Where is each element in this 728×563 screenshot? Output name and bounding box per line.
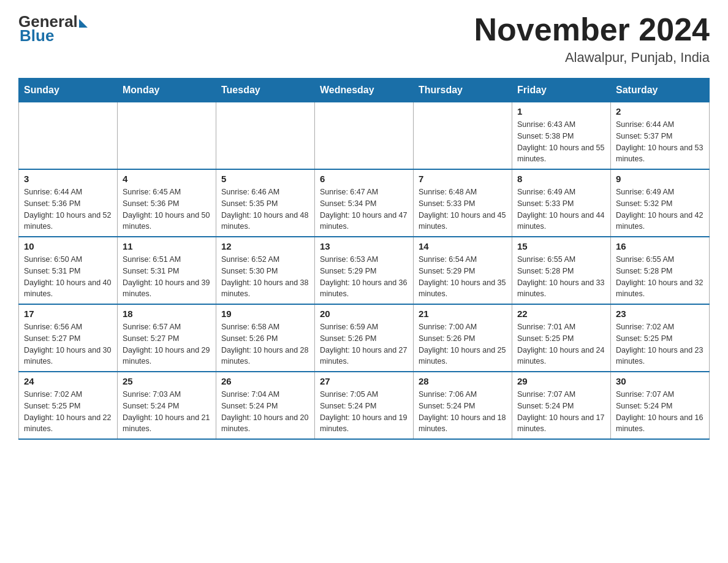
- table-row: 25Sunrise: 7:03 AM Sunset: 5:24 PM Dayli…: [118, 372, 216, 439]
- calendar-week-row: 10Sunrise: 6:50 AM Sunset: 5:31 PM Dayli…: [19, 237, 710, 304]
- calendar-subtitle: Alawalpur, Punjab, India: [474, 50, 710, 66]
- table-row: [216, 102, 315, 170]
- table-row: 6Sunrise: 6:47 AM Sunset: 5:34 PM Daylig…: [315, 169, 414, 237]
- logo: General Blue: [18, 12, 88, 45]
- day-number: 11: [123, 241, 211, 251]
- header-wednesday: Wednesday: [315, 79, 414, 102]
- day-info: Sunrise: 6:44 AM Sunset: 5:36 PM Dayligh…: [24, 186, 112, 232]
- day-info: Sunrise: 6:53 AM Sunset: 5:29 PM Dayligh…: [320, 254, 408, 300]
- header-friday: Friday: [512, 79, 611, 102]
- day-number: 10: [24, 241, 112, 251]
- table-row: 27Sunrise: 7:05 AM Sunset: 5:24 PM Dayli…: [315, 372, 414, 439]
- table-row: 4Sunrise: 6:45 AM Sunset: 5:36 PM Daylig…: [118, 169, 216, 237]
- day-number: 6: [320, 174, 408, 184]
- day-number: 25: [123, 376, 211, 386]
- table-row: 19Sunrise: 6:58 AM Sunset: 5:26 PM Dayli…: [216, 304, 315, 372]
- day-info: Sunrise: 6:48 AM Sunset: 5:33 PM Dayligh…: [419, 186, 507, 232]
- day-info: Sunrise: 6:45 AM Sunset: 5:36 PM Dayligh…: [123, 186, 211, 232]
- day-info: Sunrise: 6:46 AM Sunset: 5:35 PM Dayligh…: [221, 186, 309, 232]
- header-monday: Monday: [118, 79, 216, 102]
- table-row: 12Sunrise: 6:52 AM Sunset: 5:30 PM Dayli…: [216, 237, 315, 304]
- day-info: Sunrise: 7:02 AM Sunset: 5:25 PM Dayligh…: [616, 321, 704, 367]
- table-row: 20Sunrise: 6:59 AM Sunset: 5:26 PM Dayli…: [315, 304, 414, 372]
- day-number: 7: [419, 174, 507, 184]
- day-number: 3: [24, 174, 112, 184]
- table-row: 17Sunrise: 6:56 AM Sunset: 5:27 PM Dayli…: [19, 304, 118, 372]
- title-area: November 2024 Alawalpur, Punjab, India: [474, 12, 710, 66]
- header-saturday: Saturday: [611, 79, 710, 102]
- day-number: 30: [616, 376, 704, 386]
- day-number: 15: [517, 241, 605, 251]
- weekday-header-row: Sunday Monday Tuesday Wednesday Thursday…: [19, 79, 710, 102]
- calendar-week-row: 3Sunrise: 6:44 AM Sunset: 5:36 PM Daylig…: [19, 169, 710, 237]
- day-number: 21: [419, 308, 507, 319]
- day-number: 5: [221, 174, 309, 184]
- table-row: 18Sunrise: 6:57 AM Sunset: 5:27 PM Dayli…: [118, 304, 216, 372]
- table-row: 29Sunrise: 7:07 AM Sunset: 5:24 PM Dayli…: [512, 372, 611, 439]
- table-row: 22Sunrise: 7:01 AM Sunset: 5:25 PM Dayli…: [512, 304, 611, 372]
- day-number: 29: [517, 376, 605, 386]
- header-sunday: Sunday: [19, 79, 118, 102]
- day-info: Sunrise: 6:52 AM Sunset: 5:30 PM Dayligh…: [221, 254, 309, 300]
- day-number: 1: [517, 106, 605, 117]
- table-row: 13Sunrise: 6:53 AM Sunset: 5:29 PM Dayli…: [315, 237, 414, 304]
- day-number: 16: [616, 241, 704, 251]
- table-row: 2Sunrise: 6:44 AM Sunset: 5:37 PM Daylig…: [611, 102, 710, 170]
- day-info: Sunrise: 7:02 AM Sunset: 5:25 PM Dayligh…: [24, 389, 112, 435]
- header-tuesday: Tuesday: [216, 79, 315, 102]
- page-header: General Blue November 2024 Alawalpur, Pu…: [18, 12, 710, 66]
- day-number: 2: [616, 106, 704, 117]
- table-row: 7Sunrise: 6:48 AM Sunset: 5:33 PM Daylig…: [414, 169, 512, 237]
- table-row: [118, 102, 216, 170]
- calendar-table: Sunday Monday Tuesday Wednesday Thursday…: [18, 78, 710, 440]
- calendar-week-row: 17Sunrise: 6:56 AM Sunset: 5:27 PM Dayli…: [19, 304, 710, 372]
- day-number: 17: [24, 308, 112, 319]
- day-info: Sunrise: 6:55 AM Sunset: 5:28 PM Dayligh…: [517, 254, 605, 300]
- day-number: 27: [320, 376, 408, 386]
- day-info: Sunrise: 6:59 AM Sunset: 5:26 PM Dayligh…: [320, 321, 408, 367]
- calendar-week-row: 1Sunrise: 6:43 AM Sunset: 5:38 PM Daylig…: [19, 102, 710, 170]
- table-row: 26Sunrise: 7:04 AM Sunset: 5:24 PM Dayli…: [216, 372, 315, 439]
- day-number: 13: [320, 241, 408, 251]
- day-number: 28: [419, 376, 507, 386]
- table-row: 15Sunrise: 6:55 AM Sunset: 5:28 PM Dayli…: [512, 237, 611, 304]
- calendar-week-row: 24Sunrise: 7:02 AM Sunset: 5:25 PM Dayli…: [19, 372, 710, 439]
- day-info: Sunrise: 6:44 AM Sunset: 5:37 PM Dayligh…: [616, 119, 704, 165]
- day-info: Sunrise: 7:06 AM Sunset: 5:24 PM Dayligh…: [419, 389, 507, 435]
- day-number: 23: [616, 308, 704, 319]
- day-info: Sunrise: 6:55 AM Sunset: 5:28 PM Dayligh…: [616, 254, 704, 300]
- day-info: Sunrise: 6:43 AM Sunset: 5:38 PM Dayligh…: [517, 119, 605, 165]
- table-row: 10Sunrise: 6:50 AM Sunset: 5:31 PM Dayli…: [19, 237, 118, 304]
- table-row: 23Sunrise: 7:02 AM Sunset: 5:25 PM Dayli…: [611, 304, 710, 372]
- table-row: 8Sunrise: 6:49 AM Sunset: 5:33 PM Daylig…: [512, 169, 611, 237]
- day-info: Sunrise: 6:54 AM Sunset: 5:29 PM Dayligh…: [419, 254, 507, 300]
- day-number: 26: [221, 376, 309, 386]
- table-row: 5Sunrise: 6:46 AM Sunset: 5:35 PM Daylig…: [216, 169, 315, 237]
- day-number: 14: [419, 241, 507, 251]
- table-row: [315, 102, 414, 170]
- logo-blue-text: Blue: [20, 26, 54, 45]
- day-number: 20: [320, 308, 408, 319]
- day-number: 9: [616, 174, 704, 184]
- day-info: Sunrise: 7:01 AM Sunset: 5:25 PM Dayligh…: [517, 321, 605, 367]
- day-number: 12: [221, 241, 309, 251]
- day-info: Sunrise: 7:00 AM Sunset: 5:26 PM Dayligh…: [419, 321, 507, 367]
- logo-arrow-icon: [79, 19, 88, 28]
- table-row: 3Sunrise: 6:44 AM Sunset: 5:36 PM Daylig…: [19, 169, 118, 237]
- table-row: 9Sunrise: 6:49 AM Sunset: 5:32 PM Daylig…: [611, 169, 710, 237]
- day-number: 24: [24, 376, 112, 386]
- table-row: 1Sunrise: 6:43 AM Sunset: 5:38 PM Daylig…: [512, 102, 611, 170]
- day-info: Sunrise: 6:51 AM Sunset: 5:31 PM Dayligh…: [123, 254, 211, 300]
- day-info: Sunrise: 6:58 AM Sunset: 5:26 PM Dayligh…: [221, 321, 309, 367]
- table-row: 14Sunrise: 6:54 AM Sunset: 5:29 PM Dayli…: [414, 237, 512, 304]
- day-number: 19: [221, 308, 309, 319]
- day-info: Sunrise: 7:04 AM Sunset: 5:24 PM Dayligh…: [221, 389, 309, 435]
- day-number: 18: [123, 308, 211, 319]
- day-info: Sunrise: 6:49 AM Sunset: 5:32 PM Dayligh…: [616, 186, 704, 232]
- day-info: Sunrise: 6:47 AM Sunset: 5:34 PM Dayligh…: [320, 186, 408, 232]
- table-row: 30Sunrise: 7:07 AM Sunset: 5:24 PM Dayli…: [611, 372, 710, 439]
- day-info: Sunrise: 7:05 AM Sunset: 5:24 PM Dayligh…: [320, 389, 408, 435]
- day-info: Sunrise: 6:49 AM Sunset: 5:33 PM Dayligh…: [517, 186, 605, 232]
- table-row: [19, 102, 118, 170]
- day-info: Sunrise: 6:56 AM Sunset: 5:27 PM Dayligh…: [24, 321, 112, 367]
